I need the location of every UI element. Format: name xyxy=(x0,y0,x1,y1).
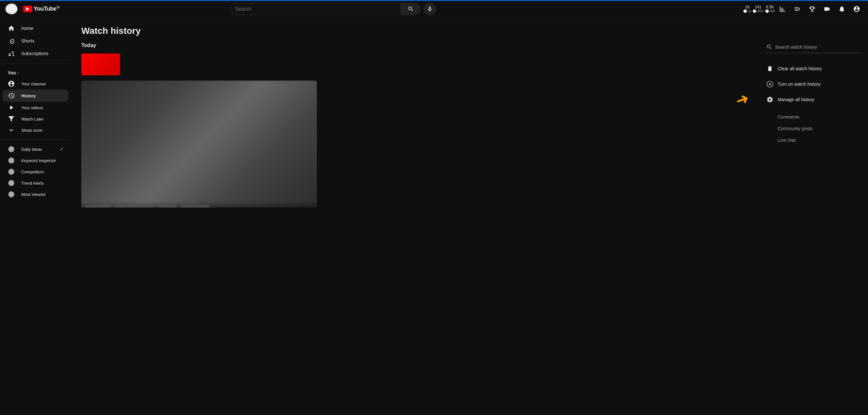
sidebar-daily-ideas-label: Daily Ideas xyxy=(21,147,42,152)
yt-logo-icon xyxy=(23,6,32,12)
main-content: Watch history Today xyxy=(71,18,434,207)
sidebar-showmore-label: Show more xyxy=(21,128,42,133)
trend-alerts-icon xyxy=(8,179,15,186)
svg-point-3 xyxy=(8,180,14,186)
sidebar-item-show-more[interactable]: Show more xyxy=(3,125,68,136)
layout: Home Shorts Subscriptions You › xyxy=(0,18,434,207)
blurred-content xyxy=(81,80,317,207)
search-input[interactable] xyxy=(230,4,401,14)
header: YouTubeIN 19 🕐 1y 141 xyxy=(0,0,434,18)
yt-logo-text: YouTubeIN xyxy=(34,5,60,12)
sidebar-item-keyword-inspector[interactable]: Keyword Inspector xyxy=(3,155,68,166)
home-icon xyxy=(8,25,15,32)
header-center xyxy=(230,3,434,15)
channel-icon xyxy=(8,80,15,87)
sidebar-keyword-inspector-label: Keyword Inspector xyxy=(21,158,56,163)
daily-ideas-icon xyxy=(8,146,15,153)
sidebar-channel-label: Your channel xyxy=(21,81,45,87)
svg-point-2 xyxy=(8,169,14,175)
sidebar-you-section[interactable]: You › xyxy=(3,68,68,78)
sidebar-competitors-label: Competitors xyxy=(21,170,44,174)
sidebar-most-viewed-label: Most Viewed xyxy=(21,192,45,197)
sidebar-shorts-label: Shorts xyxy=(21,38,34,43)
page-title: Watch history xyxy=(81,26,424,36)
header-left: YouTubeIN xyxy=(5,3,76,15)
sidebar-item-subscriptions[interactable]: Subscriptions xyxy=(3,47,68,60)
sidebar: Home Shorts Subscriptions You › xyxy=(0,18,71,207)
you-label: You xyxy=(8,70,16,75)
sidebar-videos-label: Your videos xyxy=(21,105,43,110)
most-viewed-icon xyxy=(8,191,15,198)
search-button[interactable] xyxy=(401,3,421,15)
country-code: IN xyxy=(57,5,60,9)
svg-point-1 xyxy=(8,158,14,163)
you-chevron: › xyxy=(17,71,19,75)
sidebar-subscriptions-label: Subscriptions xyxy=(21,51,49,56)
sidebar-item-channel[interactable]: Your channel xyxy=(3,78,68,89)
show-more-icon xyxy=(8,127,15,134)
large-video-thumbnail[interactable] xyxy=(81,80,317,207)
sidebar-item-videos[interactable]: Your videos xyxy=(3,102,68,113)
svg-point-4 xyxy=(8,192,14,197)
sidebar-home-label: Home xyxy=(21,26,33,31)
mic-button[interactable] xyxy=(423,3,434,15)
hamburger-line-3 xyxy=(8,11,15,11)
shorts-icon xyxy=(8,37,15,44)
sidebar-item-history[interactable]: History xyxy=(3,90,68,102)
top-progress-bar xyxy=(0,0,434,1)
subscriptions-icon xyxy=(8,50,15,57)
sidebar-item-watch-later[interactable]: Watch Later xyxy=(3,113,68,125)
sidebar-item-shorts[interactable]: Shorts xyxy=(3,35,68,47)
svg-point-0 xyxy=(8,146,14,152)
videos-icon xyxy=(8,104,15,111)
sidebar-item-most-viewed[interactable]: Most Viewed xyxy=(3,189,68,200)
hamburger-line-1 xyxy=(8,6,15,7)
sidebar-item-daily-ideas[interactable]: Daily Ideas ↗ xyxy=(3,144,68,155)
video-item-large xyxy=(81,54,317,207)
hamburger-line-2 xyxy=(8,9,15,9)
search-bar xyxy=(230,3,421,15)
sidebar-watchlater-label: Watch Later xyxy=(21,117,44,122)
sidebar-item-competitors[interactable]: Competitors xyxy=(3,166,68,177)
search-icon xyxy=(407,6,414,12)
external-link-icon: ↗ xyxy=(59,147,63,152)
sidebar-history-label: History xyxy=(21,94,36,98)
keyword-inspector-icon xyxy=(8,157,15,164)
watchlater-icon xyxy=(8,115,15,123)
hamburger-button[interactable] xyxy=(5,3,18,15)
sidebar-item-trend-alerts[interactable]: Trend Alerts xyxy=(3,177,68,188)
mic-icon xyxy=(427,6,433,12)
competitors-icon xyxy=(8,168,15,175)
history-icon xyxy=(8,92,15,99)
sidebar-item-home[interactable]: Home xyxy=(3,22,68,34)
youtube-logo[interactable]: YouTubeIN xyxy=(23,5,60,12)
sidebar-divider-1 xyxy=(0,64,71,64)
section-today: Today xyxy=(81,42,424,48)
sidebar-trend-alerts-label: Trend Alerts xyxy=(21,181,44,185)
